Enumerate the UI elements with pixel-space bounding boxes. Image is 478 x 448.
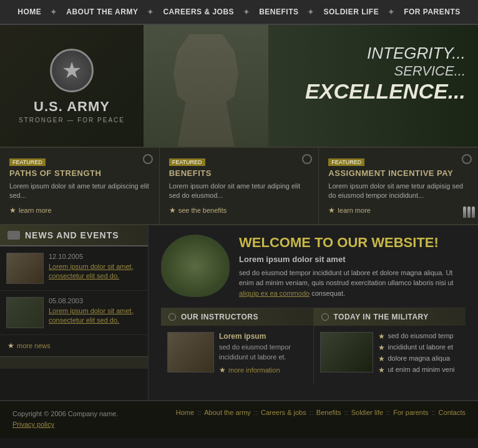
today-panel: TODAY IN THE MILITARY ★ sed do eiusmod t…: [314, 308, 466, 383]
welcome-section: WELCOME TO OUR WEBSITE! Lorem ipsum dolo…: [149, 225, 478, 400]
today-list-item-3: ★ dolore magna aliqua: [378, 354, 455, 363]
news-thumb-1: [6, 253, 44, 284]
instructor-link-label[interactable]: more information: [228, 366, 280, 374]
today-list-text-2: incididunt ut labore et: [388, 343, 454, 351]
sidebar-header-icon: [7, 231, 20, 240]
hero-line3: EXCELLENCE...: [305, 79, 466, 104]
footer-nav-careers[interactable]: Careers & jobs: [261, 409, 306, 416]
hero-soldier: [144, 25, 268, 147]
feature-tag-1: FEATURED: [9, 158, 46, 166]
news-info-1: 12.10.2005 Lorem ipsum dolor sit amet, c…: [49, 253, 142, 284]
news-date-1: 12.10.2005: [49, 253, 142, 260]
instructors-panel-title: OUR INSTRUCTORS: [181, 313, 258, 321]
welcome-body-text: sed do eiusmod tempor incididunt ut labo…: [239, 269, 454, 287]
nav-for-parents[interactable]: FOR PARENTS: [395, 5, 469, 19]
nav-home[interactable]: HOME: [9, 5, 50, 19]
sidebar-header: NEWS AND EVENTS: [0, 225, 148, 246]
footer-privacy-link[interactable]: Privacy policy: [12, 421, 54, 428]
news-info-2: 05.08.2003 Lorem ipsum dolor sit amet, c…: [49, 297, 142, 328]
star-icon-3: ★: [328, 206, 335, 215]
feature-link-label-2[interactable]: see the benefits: [178, 207, 227, 214]
instructor-image: [167, 332, 214, 373]
feature-link-2[interactable]: ★ see the benefits: [169, 206, 310, 215]
instructors-panel-body: Lorem ipsum sed do eiusmod tempor incidi…: [161, 326, 313, 381]
welcome-heading-rest: TO OUR WEBSITE!: [315, 235, 439, 250]
feature-title-3: ASSIGNMENT INCENTIVE PAY: [328, 168, 469, 178]
nav-careers[interactable]: CAREERS & JOBS: [154, 5, 243, 19]
nav-sep-2: ✦: [147, 7, 154, 17]
news-item-2: 05.08.2003 Lorem ipsum dolor sit amet, c…: [0, 291, 148, 335]
today-list-item-1: ★ sed do eiusmod temp: [378, 332, 455, 341]
feature-link-1[interactable]: ★ learn more: [9, 206, 150, 215]
footer-nav-home[interactable]: Home: [176, 409, 194, 416]
footer-nav-soldier-life[interactable]: Soldier life: [351, 409, 383, 416]
instructor-info: Lorem ipsum sed do eiusmod tempor incidi…: [219, 332, 307, 374]
footer-nav-sep-3: ::: [310, 409, 313, 416]
feature-block-1: FEATURED PATHS OF STRENGTH Lorem ipsum d…: [0, 148, 160, 224]
footer-nav-for-parents[interactable]: For parents: [393, 409, 428, 416]
feature-text-2: Lorem ipsum dolor sit ame tetur adiping …: [169, 182, 310, 201]
ammo-bullet-3: [472, 207, 475, 218]
today-list-text-1: sed do eiusmod temp: [388, 332, 454, 339]
feature-title-1: PATHS OF STRENGTH: [9, 168, 150, 178]
hero-line1: INTEGRITY...: [305, 44, 466, 63]
news-link-1[interactable]: Lorem ipsum dolor sit amet, consectetur …: [49, 262, 142, 281]
today-star-icon-3: ★: [378, 354, 385, 363]
footer-nav-about[interactable]: About the army: [204, 409, 251, 416]
feature-link-3[interactable]: ★ learn more: [328, 206, 469, 215]
footer-nav-benefits[interactable]: Benefits: [316, 409, 341, 416]
ammo-bullet-2: [467, 207, 471, 218]
sidebar: NEWS AND EVENTS 12.10.2005 Lorem ipsum d…: [0, 225, 149, 400]
feature-title-2: BENEFITS: [169, 168, 310, 178]
feature-link-label-3[interactable]: learn more: [338, 207, 371, 214]
instructor-link-star-icon: ★: [219, 366, 226, 374]
bullet-icon-1: [143, 154, 153, 164]
news-thumb-2: [6, 297, 44, 328]
today-list-text-3: dolore magna aliqua: [388, 354, 451, 362]
feature-block-2: FEATURED BENEFITS Lorem ipsum dolor sit …: [160, 148, 319, 224]
more-news-star-icon: ★: [7, 341, 14, 350]
welcome-body: sed do eiusmod tempor incididunt ut labo…: [239, 268, 466, 299]
welcome-heading: WELCOME TO OUR WEBSITE!: [239, 235, 466, 251]
news-link-2[interactable]: Lorem ipsum dolor sit amet, consectetur …: [49, 306, 142, 326]
today-bullet-icon: [321, 313, 329, 321]
feature-text-1: Lorem ipsum dolor sit ame tetur adipisci…: [9, 182, 150, 201]
features-section: FEATURED PATHS OF STRENGTH Lorem ipsum d…: [0, 147, 478, 225]
today-image: [320, 332, 373, 373]
news-date-2: 05.08.2003: [49, 297, 142, 304]
footer-nav-sep-2: ::: [254, 409, 258, 416]
today-star-icon-1: ★: [378, 332, 385, 341]
footer-nav-sep-4: ::: [344, 409, 348, 416]
star-emblem: [50, 49, 94, 92]
welcome-text: WELCOME TO OUR WEBSITE! Lorem ipsum dolo…: [239, 235, 466, 299]
welcome-body-link[interactable]: aliquip ex ea commodo: [239, 290, 310, 297]
feature-tag-3: FEATURED: [328, 158, 364, 166]
nav-about[interactable]: ABOUT THE ARMY: [57, 5, 147, 19]
footer-nav-contacts[interactable]: Contacts: [439, 409, 466, 416]
instructor-link[interactable]: ★ more information: [219, 366, 307, 374]
welcome-heading-bold: WELCOME: [239, 235, 311, 250]
hero-text: INTEGRITY... SERVICE... EXCELLENCE...: [305, 44, 466, 104]
nav-sep-4: ✦: [307, 7, 315, 17]
nav-sep-3: ✦: [243, 7, 250, 17]
footer-nav-sep-6: ::: [431, 409, 435, 416]
feature-link-label-1[interactable]: learn more: [19, 207, 52, 214]
bullet-icon-2: [302, 154, 312, 164]
nav-sep-5: ✦: [388, 7, 395, 17]
today-list-text-4: ut enim ad minim veni: [388, 366, 455, 373]
today-panel-header: TODAY IN THE MILITARY: [314, 308, 466, 326]
instructors-bullet-icon: [168, 313, 176, 321]
ammo-bullet-1: [463, 207, 466, 218]
army-title: U.S. ARMY: [34, 99, 110, 115]
hero-left: U.S. ARMY STRONGER — FOR PEACE: [0, 25, 144, 147]
soldier-silhouette: [165, 34, 246, 147]
nav-soldier-life[interactable]: SOLDIER LIFE: [315, 5, 388, 19]
ammo-decoration: [463, 207, 475, 218]
more-news-link[interactable]: ★ more news: [0, 335, 148, 356]
footer-left: Copyright © 2006 Company name. Privacy p…: [12, 409, 119, 431]
more-news-label[interactable]: more news: [17, 342, 51, 349]
nav-benefits[interactable]: BENEFITS: [250, 5, 307, 19]
today-list-item-4: ★ ut enim ad minim veni: [378, 366, 455, 374]
instructors-panel: OUR INSTRUCTORS Lorem ipsum sed do eiusm…: [161, 308, 314, 383]
star-icon-1: ★: [9, 206, 16, 215]
